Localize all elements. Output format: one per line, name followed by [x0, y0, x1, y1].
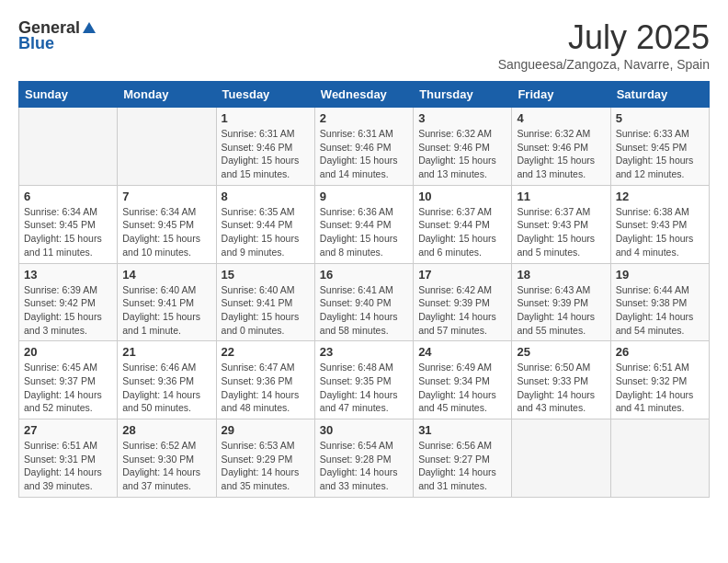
calendar-cell: 10Sunrise: 6:37 AM Sunset: 9:44 PM Dayli…: [414, 185, 512, 263]
calendar-cell: 13Sunrise: 6:39 AM Sunset: 9:42 PM Dayli…: [19, 263, 118, 341]
day-number: 3: [418, 111, 506, 125]
day-detail: Sunrise: 6:40 AM Sunset: 9:41 PM Dayligh…: [122, 283, 210, 338]
calendar-cell: 11Sunrise: 6:37 AM Sunset: 9:43 PM Dayli…: [512, 185, 610, 263]
calendar-cell: 4Sunrise: 6:32 AM Sunset: 9:46 PM Daylig…: [512, 108, 610, 186]
day-number: 15: [222, 268, 310, 282]
title-area: July 2025 Sangueesa/Zangoza, Navarre, Sp…: [498, 18, 710, 72]
day-number: 26: [616, 345, 704, 359]
day-detail: Sunrise: 6:51 AM Sunset: 9:32 PM Dayligh…: [616, 361, 704, 415]
day-number: 2: [320, 111, 408, 125]
day-number: 6: [24, 190, 112, 203]
day-detail: Sunrise: 6:32 AM Sunset: 9:46 PM Dayligh…: [517, 127, 605, 181]
logo-icon: [81, 20, 97, 37]
day-number: 20: [24, 345, 112, 359]
day-number: 22: [222, 345, 310, 359]
calendar-cell: 6Sunrise: 6:34 AM Sunset: 9:45 PM Daylig…: [19, 185, 118, 263]
day-number: 8: [222, 190, 310, 203]
page-header: General Blue July 2025 Sangueesa/Zangoza…: [18, 18, 710, 72]
day-number: 14: [122, 268, 210, 282]
calendar-cell: 7Sunrise: 6:34 AM Sunset: 9:45 PM Daylig…: [118, 185, 216, 263]
day-number: 28: [122, 423, 210, 437]
day-detail: Sunrise: 6:37 AM Sunset: 9:43 PM Dayligh…: [517, 205, 605, 259]
day-detail: Sunrise: 6:34 AM Sunset: 9:45 PM Dayligh…: [122, 205, 210, 259]
logo-blue-text: Blue: [18, 34, 54, 53]
day-number: 23: [320, 345, 408, 359]
day-detail: Sunrise: 6:37 AM Sunset: 9:44 PM Dayligh…: [418, 205, 506, 259]
calendar-cell: 22Sunrise: 6:47 AM Sunset: 9:36 PM Dayli…: [216, 341, 314, 419]
day-detail: Sunrise: 6:31 AM Sunset: 9:46 PM Dayligh…: [222, 127, 310, 181]
calendar-cell: 27Sunrise: 6:51 AM Sunset: 9:31 PM Dayli…: [19, 419, 118, 498]
day-detail: Sunrise: 6:38 AM Sunset: 9:43 PM Dayligh…: [616, 205, 704, 259]
calendar-cell: 18Sunrise: 6:43 AM Sunset: 9:39 PM Dayli…: [512, 263, 610, 341]
calendar-week-row: 6Sunrise: 6:34 AM Sunset: 9:45 PM Daylig…: [19, 185, 710, 263]
calendar-cell: 29Sunrise: 6:53 AM Sunset: 9:29 PM Dayli…: [216, 419, 314, 498]
weekday-header-tuesday: Tuesday: [216, 82, 314, 108]
calendar-cell: 2Sunrise: 6:31 AM Sunset: 9:46 PM Daylig…: [314, 108, 413, 186]
calendar-cell: 26Sunrise: 6:51 AM Sunset: 9:32 PM Dayli…: [610, 341, 709, 419]
day-detail: Sunrise: 6:45 AM Sunset: 9:37 PM Dayligh…: [24, 361, 112, 415]
calendar-week-row: 1Sunrise: 6:31 AM Sunset: 9:46 PM Daylig…: [19, 108, 710, 186]
subtitle: Sangueesa/Zangoza, Navarre, Spain: [498, 57, 710, 72]
day-detail: Sunrise: 6:31 AM Sunset: 9:46 PM Dayligh…: [320, 127, 408, 181]
calendar-cell: [610, 419, 709, 498]
day-detail: Sunrise: 6:32 AM Sunset: 9:46 PM Dayligh…: [418, 127, 506, 181]
day-detail: Sunrise: 6:43 AM Sunset: 9:39 PM Dayligh…: [517, 283, 605, 338]
calendar-cell: [118, 108, 216, 186]
day-number: 16: [320, 268, 408, 282]
calendar-cell: 3Sunrise: 6:32 AM Sunset: 9:46 PM Daylig…: [414, 108, 512, 186]
day-number: 29: [222, 423, 310, 437]
weekday-header-thursday: Thursday: [414, 82, 512, 108]
calendar-cell: 20Sunrise: 6:45 AM Sunset: 9:37 PM Dayli…: [19, 341, 118, 419]
calendar-table: SundayMondayTuesdayWednesdayThursdayFrid…: [18, 81, 710, 498]
calendar-week-row: 13Sunrise: 6:39 AM Sunset: 9:42 PM Dayli…: [19, 263, 710, 341]
calendar-cell: 1Sunrise: 6:31 AM Sunset: 9:46 PM Daylig…: [216, 108, 314, 186]
day-detail: Sunrise: 6:53 AM Sunset: 9:29 PM Dayligh…: [222, 439, 310, 493]
day-detail: Sunrise: 6:35 AM Sunset: 9:44 PM Dayligh…: [222, 205, 310, 259]
day-number: 13: [24, 268, 112, 282]
day-detail: Sunrise: 6:47 AM Sunset: 9:36 PM Dayligh…: [222, 361, 310, 415]
day-number: 24: [418, 345, 506, 359]
calendar-cell: 12Sunrise: 6:38 AM Sunset: 9:43 PM Dayli…: [610, 185, 709, 263]
day-detail: Sunrise: 6:50 AM Sunset: 9:33 PM Dayligh…: [517, 361, 605, 415]
calendar-cell: 28Sunrise: 6:52 AM Sunset: 9:30 PM Dayli…: [118, 419, 216, 498]
calendar-week-row: 20Sunrise: 6:45 AM Sunset: 9:37 PM Dayli…: [19, 341, 710, 419]
day-detail: Sunrise: 6:51 AM Sunset: 9:31 PM Dayligh…: [24, 439, 112, 493]
calendar-cell: 16Sunrise: 6:41 AM Sunset: 9:40 PM Dayli…: [314, 263, 413, 341]
calendar-cell: 23Sunrise: 6:48 AM Sunset: 9:35 PM Dayli…: [314, 341, 413, 419]
day-detail: Sunrise: 6:40 AM Sunset: 9:41 PM Dayligh…: [222, 283, 310, 338]
day-number: 7: [122, 190, 210, 203]
day-number: 17: [418, 268, 506, 282]
calendar-cell: 8Sunrise: 6:35 AM Sunset: 9:44 PM Daylig…: [216, 185, 314, 263]
day-number: 4: [517, 111, 605, 125]
calendar-cell: 25Sunrise: 6:50 AM Sunset: 9:33 PM Dayli…: [512, 341, 610, 419]
day-detail: Sunrise: 6:42 AM Sunset: 9:39 PM Dayligh…: [418, 283, 506, 338]
day-detail: Sunrise: 6:39 AM Sunset: 9:42 PM Dayligh…: [24, 283, 112, 338]
calendar-cell: 15Sunrise: 6:40 AM Sunset: 9:41 PM Dayli…: [216, 263, 314, 341]
weekday-header-monday: Monday: [118, 82, 216, 108]
day-number: 21: [122, 345, 210, 359]
calendar-cell: [19, 108, 118, 186]
day-detail: Sunrise: 6:44 AM Sunset: 9:38 PM Dayligh…: [616, 283, 704, 338]
day-number: 25: [517, 345, 605, 359]
calendar-cell: 19Sunrise: 6:44 AM Sunset: 9:38 PM Dayli…: [610, 263, 709, 341]
day-number: 11: [517, 190, 605, 203]
calendar-cell: 17Sunrise: 6:42 AM Sunset: 9:39 PM Dayli…: [414, 263, 512, 341]
weekday-header-friday: Friday: [512, 82, 610, 108]
day-number: 31: [418, 423, 506, 437]
day-number: 27: [24, 423, 112, 437]
weekday-header-row: SundayMondayTuesdayWednesdayThursdayFrid…: [19, 82, 710, 108]
calendar-cell: 21Sunrise: 6:46 AM Sunset: 9:36 PM Dayli…: [118, 341, 216, 419]
calendar-cell: 31Sunrise: 6:56 AM Sunset: 9:27 PM Dayli…: [414, 419, 512, 498]
calendar-cell: 5Sunrise: 6:33 AM Sunset: 9:45 PM Daylig…: [610, 108, 709, 186]
day-detail: Sunrise: 6:36 AM Sunset: 9:44 PM Dayligh…: [320, 205, 408, 259]
svg-marker-0: [83, 22, 96, 33]
day-detail: Sunrise: 6:52 AM Sunset: 9:30 PM Dayligh…: [122, 439, 210, 493]
day-detail: Sunrise: 6:46 AM Sunset: 9:36 PM Dayligh…: [122, 361, 210, 415]
logo: General Blue: [18, 18, 98, 53]
calendar-cell: 24Sunrise: 6:49 AM Sunset: 9:34 PM Dayli…: [414, 341, 512, 419]
day-detail: Sunrise: 6:54 AM Sunset: 9:28 PM Dayligh…: [320, 439, 408, 493]
day-detail: Sunrise: 6:34 AM Sunset: 9:45 PM Dayligh…: [24, 205, 112, 259]
day-number: 18: [517, 268, 605, 282]
calendar-week-row: 27Sunrise: 6:51 AM Sunset: 9:31 PM Dayli…: [19, 419, 710, 498]
day-number: 12: [616, 190, 704, 203]
